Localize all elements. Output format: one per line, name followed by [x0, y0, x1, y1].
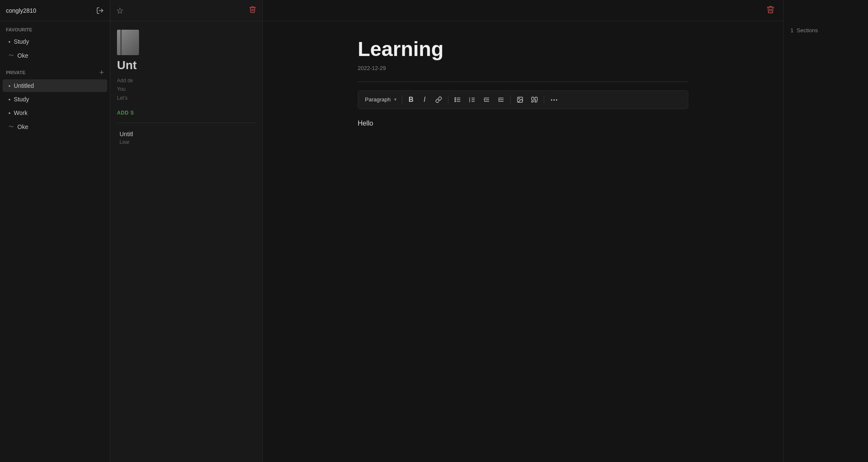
bullet-list-button[interactable]	[451, 95, 465, 105]
sidebar-item-label: Oke	[17, 52, 28, 59]
link-button[interactable]	[432, 95, 445, 105]
more-options-icon: ⋯	[550, 95, 559, 104]
note-preview: Lear	[120, 139, 253, 145]
italic-button[interactable]: I	[418, 94, 431, 105]
sidebar-item-fav-oke[interactable]: 〜 Oke	[3, 49, 107, 62]
notebook-meta-block: Add de You Let's	[110, 76, 262, 106]
sub-icon: 〜	[8, 123, 14, 131]
editor-toolbar: Paragraph ▾ B I	[358, 90, 688, 109]
star-button[interactable]: ☆	[116, 6, 124, 16]
grid-icon: ▪	[8, 96, 11, 103]
right-panel-header: 1 Sections	[784, 21, 868, 37]
numbered-list-icon: 1 2 3	[469, 96, 476, 103]
grid-icon: ▪	[8, 83, 11, 89]
indent-increase-button[interactable]	[494, 95, 508, 105]
notebook-title: Unt	[117, 59, 137, 72]
svg-text:3: 3	[469, 101, 470, 103]
middle-delete-button[interactable]	[249, 6, 256, 15]
note-item-untitled[interactable]: Untitl Lear	[113, 127, 260, 148]
toolbar-separator-2	[448, 95, 448, 104]
more-options-button[interactable]: ⋯	[547, 93, 562, 106]
note-title: Untitl	[120, 131, 253, 137]
sidebar-item-work[interactable]: ▪ Work	[3, 106, 107, 119]
editor-content[interactable]: Hello	[358, 118, 688, 202]
notebook-cover: Unt	[110, 21, 262, 76]
sidebar-header: congly2810	[0, 0, 110, 21]
add-section-label: ADD S	[117, 110, 134, 116]
editor-title[interactable]: Learning	[358, 38, 688, 61]
add-description-text: Add de	[117, 76, 256, 85]
middle-panel: ☆ Unt Add de You Let's ADD S Untitl Lear	[110, 0, 263, 462]
image-button[interactable]	[513, 95, 527, 105]
bullet-list-icon	[454, 96, 461, 103]
sidebar-item-label: Oke	[17, 123, 28, 130]
grid-icon: ▪	[8, 39, 11, 45]
sidebar-item-oke[interactable]: 〜 Oke	[3, 120, 107, 134]
main-editor: Learning 2022-12-29 Paragraph ▾ B I	[263, 0, 783, 462]
paragraph-label: Paragraph	[365, 96, 391, 103]
numbered-list-button[interactable]: 1 2 3	[465, 95, 479, 105]
editor-delete-button[interactable]	[766, 5, 775, 16]
editor-date: 2022-12-29	[358, 65, 688, 71]
you-text: You	[117, 85, 256, 93]
bold-icon: B	[409, 96, 414, 104]
indent-decrease-icon	[483, 96, 490, 103]
quote-button[interactable]	[528, 95, 541, 105]
sidebar-item-label: Untitled	[14, 82, 34, 89]
username-label: congly2810	[6, 7, 36, 14]
svg-point-4	[455, 98, 456, 98]
middle-header: ☆	[110, 0, 262, 21]
favourite-section-label: Favourite	[0, 21, 110, 35]
bold-button[interactable]: B	[405, 94, 417, 105]
chevron-down-icon: ▾	[394, 97, 397, 102]
quote-icon	[531, 96, 538, 103]
lets-text: Let's	[117, 94, 256, 102]
logout-button[interactable]	[96, 7, 104, 14]
editor-body: Learning 2022-12-29 Paragraph ▾ B I	[332, 21, 714, 462]
sidebar-item-label: Study	[14, 96, 29, 103]
divider	[117, 123, 256, 123]
indent-decrease-button[interactable]	[480, 95, 493, 105]
image-icon	[517, 96, 523, 103]
toolbar-separator-4	[544, 95, 544, 104]
svg-point-5	[455, 99, 456, 100]
sections-label: Sections	[797, 27, 818, 34]
sub-icon: 〜	[8, 52, 14, 59]
svg-point-20	[518, 98, 519, 99]
indent-increase-icon	[498, 96, 504, 103]
private-section-label: Private +	[0, 63, 110, 79]
sidebar-item-study[interactable]: ▪ Study	[3, 93, 107, 106]
toolbar-separator-3	[510, 95, 511, 104]
italic-icon: I	[423, 96, 425, 104]
svg-point-6	[455, 101, 456, 102]
sidebar: congly2810 Favourite ▪ Study 〜 Oke Priva…	[0, 0, 110, 462]
sidebar-item-label: Study	[14, 38, 29, 45]
add-private-button[interactable]: +	[99, 69, 104, 76]
sidebar-item-label: Work	[14, 109, 28, 116]
notebook-icon	[117, 30, 139, 55]
sidebar-item-untitled[interactable]: ▪ Untitled	[3, 79, 107, 92]
editor-topbar	[263, 0, 783, 21]
add-section-button[interactable]: ADD S	[110, 106, 262, 119]
sections-count: 1 Sections	[790, 27, 818, 34]
link-icon	[435, 96, 442, 103]
editor-divider	[358, 81, 688, 82]
right-panel: 1 Sections	[783, 0, 868, 462]
paragraph-select-wrapper[interactable]: Paragraph ▾	[362, 95, 399, 104]
grid-icon: ▪	[8, 110, 11, 116]
sidebar-item-fav-study[interactable]: ▪ Study	[3, 35, 107, 48]
toolbar-separator-1	[402, 95, 402, 104]
